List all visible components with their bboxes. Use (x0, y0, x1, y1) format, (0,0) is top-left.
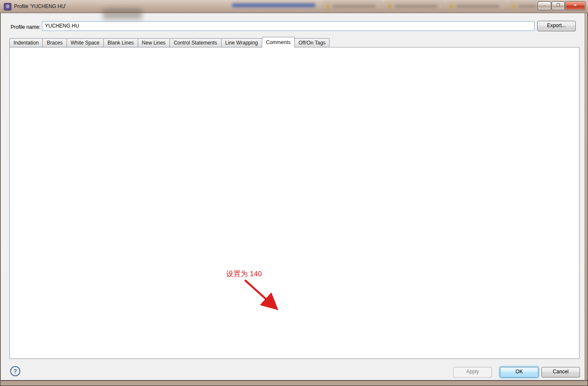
cancel-button[interactable]: Cancel (541, 367, 580, 378)
ok-button[interactable]: OK (500, 367, 538, 378)
background-artifact (103, 8, 142, 19)
background-editor-tab (447, 1, 506, 11)
dialog-body: Profile name: YUCHENG HU Export... Inden… (1, 13, 585, 380)
window-frame-right (585, 13, 585, 381)
title-bar: ⚙ Profile 'YUCHENG HU' (0, 0, 588, 13)
background-blurred-link (232, 3, 315, 7)
tab-comments[interactable]: Comments (262, 37, 295, 48)
tab-braces[interactable]: Braces (42, 38, 67, 47)
dialog-icon: ⚙ (4, 3, 11, 11)
window-controls: – ❐ ✕ (538, 1, 585, 10)
export-button[interactable]: Export... (537, 21, 576, 31)
tab-control-statements[interactable]: Control Statements (169, 38, 222, 47)
window-frame-bottom (0, 380, 588, 381)
tab-off-on-tags[interactable]: Off/On Tags (294, 38, 330, 47)
window-title: Profile 'YUCHENG HU' (14, 3, 66, 9)
profile-dialog-window: ⚙ Profile 'YUCHENG HU' – ❐ ✕ Profile nam… (0, 0, 588, 386)
profile-name-label: Profile name: (11, 24, 41, 30)
tab-line-wrapping[interactable]: Line Wrapping (221, 38, 262, 47)
close-button[interactable]: ✕ (565, 1, 585, 10)
profile-name-input[interactable]: YUCHENG HU (42, 21, 535, 31)
tab-bar: IndentationBracesWhite SpaceBlank LinesN… (9, 37, 329, 47)
help-icon[interactable]: ? (10, 366, 20, 376)
maximize-button[interactable]: ❐ (552, 1, 565, 10)
tab-white-space[interactable]: White Space (67, 38, 104, 47)
tab-blank-lines[interactable]: Blank Lines (103, 38, 138, 47)
tab-new-lines[interactable]: New Lines (138, 38, 170, 47)
apply-button[interactable]: Apply (453, 367, 492, 378)
minimize-button[interactable]: – (538, 1, 551, 10)
annotation-arrow (230, 278, 285, 312)
tab-indentation[interactable]: Indentation (9, 38, 43, 47)
tab-content-panel (9, 47, 580, 359)
background-editor-tab (385, 1, 444, 11)
background-editor-tab (323, 1, 382, 11)
